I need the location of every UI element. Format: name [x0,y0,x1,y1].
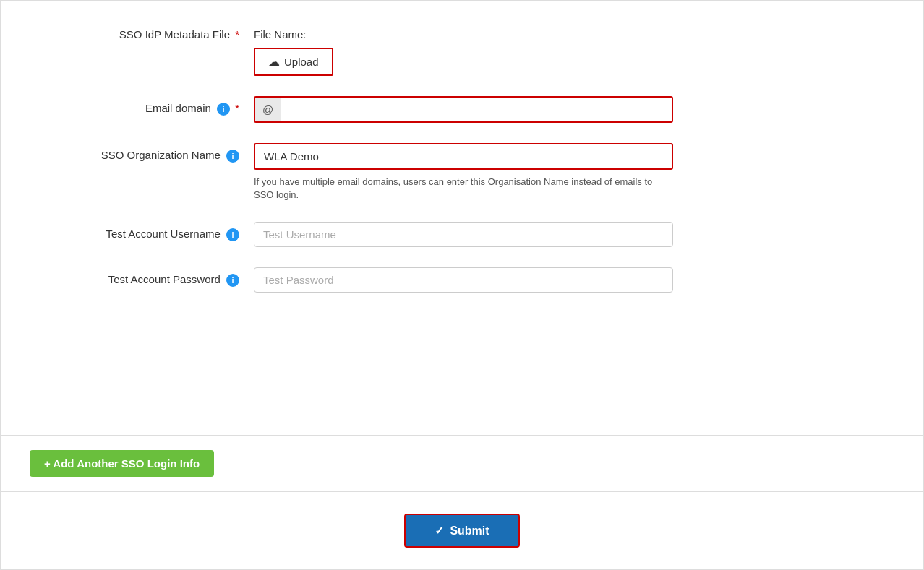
upload-button[interactable]: ☁ Upload [254,48,333,76]
add-sso-section: + Add Another SSO Login Info [1,436,923,492]
email-domain-label: Email domain i * [30,96,254,116]
page-wrapper: SSO IdP Metadata File * File Name: ☁ Upl… [0,0,924,570]
sso-org-name-input[interactable] [254,143,673,170]
sso-org-name-hint: If you have multiple email domains, user… [254,176,673,202]
sso-org-name-label: SSO Organization Name i [30,143,254,163]
add-sso-button[interactable]: + Add Another SSO Login Info [30,450,214,477]
form-section: SSO IdP Metadata File * File Name: ☁ Upl… [1,1,923,436]
submit-button[interactable]: ✓ Submit [404,514,519,548]
sso-metadata-label-text: SSO IdP Metadata File [119,28,230,40]
submit-section: ✓ Submit [1,492,923,569]
email-input-wrapper: @ [254,96,673,123]
test-username-input[interactable] [254,222,673,247]
test-username-info-icon[interactable]: i [226,228,239,241]
at-prefix: @ [255,98,281,121]
email-domain-row: Email domain i * @ [30,96,894,123]
email-domain-label-text: Email domain [145,102,211,114]
test-username-control [254,222,894,247]
test-username-label: Test Account Username i [30,222,254,241]
test-username-label-text: Test Account Username [106,228,220,240]
test-password-label: Test Account Password i [30,267,254,287]
upload-button-label: Upload [284,56,319,68]
sso-org-name-row: SSO Organization Name i If you have mult… [30,143,894,202]
email-domain-control: @ [254,96,894,123]
test-password-label-text: Test Account Password [108,273,221,285]
test-password-input[interactable] [254,267,673,293]
sso-org-name-control: If you have multiple email domains, user… [254,143,894,202]
sso-metadata-controls: File Name: ☁ Upload [254,22,894,76]
sso-metadata-required: * [235,28,239,40]
sso-metadata-label: SSO IdP Metadata File * [30,22,254,40]
email-domain-input[interactable] [281,98,672,121]
email-domain-required: * [235,102,239,114]
sso-org-name-label-text: SSO Organization Name [101,149,221,161]
test-password-control [254,267,894,293]
add-sso-button-label: + Add Another SSO Login Info [44,457,200,470]
submit-button-label: Submit [450,524,489,537]
sso-org-name-info-icon[interactable]: i [226,150,239,163]
file-name-label: File Name: [254,22,894,40]
cloud-upload-icon: ☁ [268,55,280,69]
test-username-row: Test Account Username i [30,222,894,247]
test-password-row: Test Account Password i [30,267,894,293]
checkmark-icon: ✓ [435,524,444,537]
email-domain-info-icon[interactable]: i [217,103,230,116]
test-password-info-icon[interactable]: i [226,274,239,287]
sso-metadata-row: SSO IdP Metadata File * File Name: ☁ Upl… [30,22,894,76]
